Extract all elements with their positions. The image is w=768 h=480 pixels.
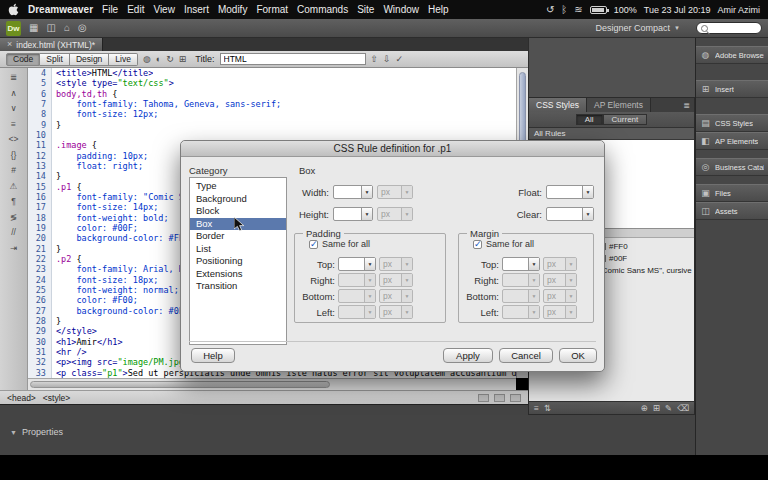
padding-same-for-all-checkbox[interactable]: Same for all [309,239,370,249]
menu-format[interactable]: Format [256,4,288,15]
category-extensions[interactable]: Extensions [190,268,286,281]
apply-button[interactable]: Apply [443,348,493,363]
collapse-selection-icon[interactable]: ∨ [10,104,16,113]
panel-adobe-browserlab[interactable]: ◍Adobe BrowserLab [696,46,768,64]
close-icon[interactable]: × [7,40,12,49]
category-background[interactable]: Background [190,193,286,206]
open-documents-icon[interactable]: ≣ [10,73,17,82]
menu-edit[interactable]: Edit [127,4,144,15]
all-button[interactable]: All [576,114,603,125]
panel-menu-icon[interactable]: ≣ [679,98,694,112]
category-list[interactable]: TypeBackgroundBlockBoxBorderListPosition… [189,177,287,345]
padding-right-unit-combo[interactable]: px▼ [379,273,413,287]
menu-dreamweaver[interactable]: Dreamweaver [28,4,93,15]
margin-top-unit-combo[interactable]: px▼ [543,257,577,271]
extend-icon[interactable]: ◫ [46,23,55,33]
menu-commands[interactable]: Commands [297,4,348,15]
view-split-button[interactable]: Split [40,53,70,66]
line-numbers-icon[interactable]: # [11,166,16,175]
padding-bottom-combo[interactable]: ▼ [338,289,376,303]
menu-modify[interactable]: Modify [218,4,247,15]
dialog-title[interactable]: CSS Rule definition for .p1 [181,141,604,157]
site-icon[interactable]: ⌂ [64,23,70,33]
search-input[interactable] [696,22,762,34]
collapse-full-tag-icon[interactable]: ∧ [10,89,16,98]
vertical-scrollbar-thumb[interactable] [519,72,526,150]
panel-assets[interactable]: ◫Assets [696,202,768,220]
apple-menu-icon[interactable] [8,3,19,16]
menu-help[interactable]: Help [428,4,449,15]
padding-left-combo[interactable]: ▼ [338,305,376,319]
panel-business-catalyst[interactable]: ◎Business Catalyst [696,158,768,176]
sync-icon[interactable]: ↺ [546,4,554,15]
select-parent-tag-icon[interactable]: <> [9,135,19,144]
menu-view[interactable]: View [153,4,175,15]
workspace-switcher[interactable]: Designer Compact ▼ [596,23,680,33]
panel-insert[interactable]: ⊞Insert [696,80,768,98]
balance-braces-icon[interactable]: {} [11,151,17,160]
category-type[interactable]: Type [190,180,286,193]
horizontal-scrollbar-thumb[interactable] [30,381,330,388]
padding-left-unit-combo[interactable]: px▼ [379,305,413,319]
delete-css-rule-icon[interactable]: ⌫ [677,404,689,413]
width-combo[interactable]: ▼ [333,185,373,199]
select-tool-icon[interactable] [478,394,489,402]
layout-icon[interactable]: ▦ [29,23,38,33]
margin-bottom-combo[interactable]: ▼ [502,289,540,303]
get-file-icon[interactable]: ⇩ [383,55,391,64]
apply-comment-icon[interactable]: // [11,228,16,237]
category-transition[interactable]: Transition [190,280,286,293]
panel-files[interactable]: ▣Files [696,184,768,202]
view-options-icon[interactable]: ⊞ [179,55,187,64]
document-title-input[interactable] [220,53,366,65]
bluetooth-icon[interactable]: ᛒ [561,4,567,15]
margin-right-combo[interactable]: ▼ [502,273,540,287]
show-category-view-icon[interactable]: ≡ [534,404,539,413]
zoom-tool-icon[interactable] [510,394,521,402]
tab-css-styles[interactable]: CSS Styles [529,98,587,112]
menu-window[interactable]: Window [383,4,419,15]
margin-same-for-all-checkbox[interactable]: Same for all [473,239,534,249]
padding-right-combo[interactable]: ▼ [338,273,376,287]
tag-selector-item[interactable]: <style> [43,393,70,403]
tag-selector-item[interactable]: <head> [7,393,36,403]
category-positioning[interactable]: Positioning [190,255,286,268]
ok-button[interactable]: OK [559,348,597,363]
panel-css-styles[interactable]: ▤CSS Styles [696,114,768,132]
refresh-icon[interactable]: ↻ [166,55,174,64]
clear-combo[interactable]: ▼ [546,207,594,221]
indent-code-icon[interactable]: ⇥ [10,244,17,253]
margin-left-unit-combo[interactable]: px▼ [543,305,577,319]
edit-style-icon[interactable]: ✎ [665,404,672,413]
margin-top-combo[interactable]: ▼ [502,257,540,271]
padding-top-unit-combo[interactable]: px▼ [379,257,413,271]
syntax-error-alerts-icon[interactable]: ≶ [10,213,17,222]
hand-tool-icon[interactable] [494,394,505,402]
panel-ap-elements[interactable]: ◧AP Elements [696,132,768,150]
device-preview-icon[interactable]: ◎ [78,23,87,33]
current-button[interactable]: Current [603,114,648,125]
attach-style-sheet-icon[interactable]: ⊕ [641,404,648,413]
tab-ap-elements[interactable]: AP Elements [587,98,651,112]
help-button[interactable]: Help [191,348,235,363]
horizontal-scrollbar[interactable] [28,378,516,390]
view-design-button[interactable]: Design [70,53,109,66]
show-list-view-icon[interactable]: ⇅ [544,404,551,413]
float-combo[interactable]: ▼ [546,185,594,199]
menu-insert[interactable]: Insert [184,4,209,15]
word-wrap-icon[interactable]: ¶ [11,197,16,206]
margin-right-unit-combo[interactable]: px▼ [543,273,577,287]
width-unit-combo[interactable]: px▼ [377,185,413,199]
height-unit-combo[interactable]: px▼ [377,207,413,221]
highlight-invalid-code-icon[interactable]: ⚠ [10,182,18,191]
menu-site[interactable]: Site [357,4,374,15]
preview-in-browser-icon[interactable]: ◐ [156,55,161,64]
view-live-button[interactable]: Live [109,53,138,66]
margin-left-combo[interactable]: ▼ [502,305,540,319]
category-block[interactable]: Block [190,205,286,218]
padding-top-combo[interactable]: ▼ [338,257,376,271]
view-code-button[interactable]: Code [6,53,40,66]
tab-index-html[interactable]: × index.html (XHTML)* [0,38,103,51]
expand-all-icon[interactable]: ≡ [11,120,16,129]
category-list[interactable]: List [190,243,286,256]
